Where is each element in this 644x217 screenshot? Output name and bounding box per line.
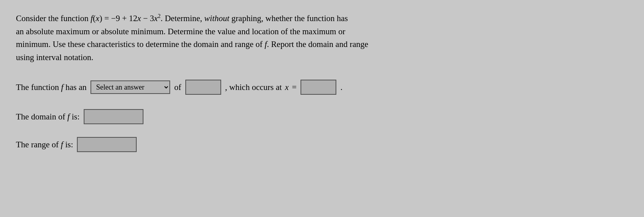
x-value-input[interactable] (300, 80, 336, 95)
answer-prefix: The function f has an (16, 82, 86, 92)
range-row: The range of f is: (16, 137, 628, 152)
period: . (340, 82, 342, 92)
question-text: Consider the function f(x) = −9 + 12x − … (16, 12, 628, 64)
answer-row: The function f has an Select an answer a… (16, 80, 628, 95)
range-input[interactable] (77, 137, 137, 152)
range-label: The range of f is: (16, 140, 73, 150)
domain-row: The domain of f is: (16, 109, 628, 124)
domain-label: The domain of f is: (16, 112, 80, 122)
of-label: of (174, 82, 181, 92)
question-intro: Consider the function (16, 14, 90, 23)
which-occurs-label: , which occurs at x = (225, 82, 296, 92)
domain-input[interactable] (84, 109, 143, 124)
answer-select-dropdown[interactable]: Select an answer absolute maximum absolu… (90, 80, 170, 94)
of-value-input[interactable] (185, 80, 221, 95)
question-container: Consider the function f(x) = −9 + 12x − … (16, 12, 628, 152)
